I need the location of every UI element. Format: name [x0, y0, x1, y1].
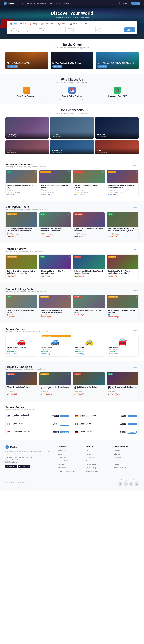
- search-tab-cruise[interactable]: 🚢 Cruise: [69, 22, 78, 25]
- tour-card-0[interactable]: BEST SELLER ♡ Stonehenge, Windsor Castle…: [6, 212, 37, 239]
- cruise-heart-2[interactable]: ♡: [102, 373, 104, 376]
- route-btn-5[interactable]: View Deal: [127, 430, 137, 434]
- cars-more-button[interactable]: More ↗: [133, 329, 138, 331]
- dest-card-0[interactable]: Los Angeles 1,176 properties: [6, 117, 49, 138]
- activity-card-0[interactable]: BEST SELLER ♡ Golden Circle, Kerid Volca…: [6, 254, 37, 279]
- cruise-card-2[interactable]: ON SALE ♡ 12 Night Cruise to the Eastern…: [73, 372, 105, 397]
- route-btn-3[interactable]: View Deal: [128, 423, 137, 426]
- tour-card-2[interactable]: TOP RATED ♡ High Speed Thames River RIB …: [73, 212, 105, 239]
- footer-link-car-hire[interactable]: Car Hire: [114, 449, 138, 452]
- cruise-card-0[interactable]: SAVE 20% ♡ 7 Night Cruise to the Western…: [6, 372, 37, 397]
- tour-heart-icon-1[interactable]: ♡: [68, 214, 70, 216]
- dest-card-5[interactable]: Istanbul 1,632 properties: [95, 140, 138, 154]
- rental-heart-1[interactable]: ♡: [68, 296, 70, 298]
- rental-card-3[interactable]: BEST SELLER ♡ Alcobaras - Oxford Street …: [107, 294, 139, 319]
- search-tab-car[interactable]: 🚗 Car Hire: [56, 22, 67, 25]
- dest-card-2[interactable]: Reykjavik 876 properties: [95, 117, 138, 138]
- search-tab-tour[interactable]: 🗺 Tour: [19, 22, 27, 25]
- footer-link-cruise[interactable]: Cruise: [114, 463, 138, 466]
- nav-home[interactable]: Home: [19, 2, 24, 4]
- route-btn-0[interactable]: View Deal: [60, 414, 69, 417]
- hotel-heart-icon-3[interactable]: ♡: [135, 171, 137, 174]
- dest-card-1[interactable]: London 2,543 properties: [50, 117, 94, 138]
- footer-link-forum[interactable]: Forum: [86, 453, 111, 455]
- signin-button[interactable]: Sign In: [122, 2, 130, 5]
- nav-pages[interactable]: Pages: [55, 2, 60, 4]
- activity-card-1[interactable]: NEW ♡ Edinburgh Sky to Sea Bike Tour of …: [39, 254, 71, 279]
- rental-card-1[interactable]: FEATURED ♡ Premium One Bedroom Luxury Li…: [39, 294, 71, 319]
- footer-link-about[interactable]: About Us: [58, 449, 83, 452]
- footer-link-blog[interactable]: Our Blog: [58, 453, 83, 455]
- activity-card-3[interactable]: FEATURED ♡ South Coast Full Day Tour to …: [107, 254, 139, 279]
- rental-card-0[interactable]: NEW ♡ Luxury Hut Apartment With Private …: [6, 294, 37, 319]
- twitter-icon[interactable]: t: [124, 482, 128, 486]
- route-btn-1[interactable]: View Deal: [128, 414, 137, 417]
- footer-link-privacy[interactable]: Privacy Policy: [86, 466, 111, 469]
- rental-heart-0[interactable]: ♡: [34, 296, 36, 298]
- hotel-card-1[interactable]: BEST SELLER ♡ Haueria Apartments Dupford…: [39, 170, 71, 196]
- search-tab-flights[interactable]: ✈ Flights: [80, 22, 89, 25]
- cruise-heart-3[interactable]: ♡: [135, 373, 137, 376]
- offer-card-1[interactable]: Let Your Curiosity Do The Things Learn M…: [51, 52, 94, 70]
- nav-destination[interactable]: Destination: [37, 2, 46, 4]
- car-card-2[interactable]: 🚕 Volvo XC90 SUV · 7 seats Excellent 312…: [73, 334, 105, 357]
- cruise-more-button[interactable]: More ↗: [133, 367, 138, 368]
- footer-link-city-trip[interactable]: City Trip: [114, 453, 138, 455]
- location-input[interactable]: [11, 30, 35, 32]
- search-tab-holiday[interactable]: 🏠 Holiday Rental: [40, 22, 55, 25]
- rental-card-2[interactable]: ON SALE ♡ Style, Charm & Comfort in Cann…: [73, 294, 105, 319]
- activity-card-2[interactable]: ON SALE ♡ Natural Crystal Blue Ice Cave …: [73, 254, 105, 279]
- google-play-button[interactable]: ▶ Google Play: [18, 465, 30, 468]
- register-button[interactable]: Register: [131, 2, 140, 5]
- footer-link-vacation[interactable]: Vacation: [114, 460, 138, 462]
- footer-link-press[interactable]: Press Center: [58, 456, 83, 458]
- youtube-icon[interactable]: ▶: [135, 482, 138, 486]
- cruise-card-3[interactable]: NEW ♡ 13 Night Cruise to the Baltic Sea …: [107, 372, 139, 397]
- footer-link-refund[interactable]: Refund Policy: [86, 463, 111, 466]
- footer-link-safety[interactable]: Safety Resource Center: [58, 470, 83, 472]
- rentals-more-button[interactable]: More ↗: [133, 289, 138, 291]
- rental-heart-2[interactable]: ♡: [102, 296, 104, 298]
- footer-link-contact[interactable]: Contact Us: [86, 456, 111, 458]
- nav-contact[interactable]: Contact: [62, 2, 68, 4]
- cruise-card-1[interactable]: FEATURED ♡ 12 Night Cruise to the Britis…: [39, 372, 71, 397]
- hotel-heart-icon-1[interactable]: ♡: [68, 171, 70, 174]
- nav-blog[interactable]: Blog: [49, 2, 52, 4]
- activity-heart-1[interactable]: ♡: [68, 256, 70, 258]
- dest-card-3[interactable]: Paris 1,254 properties: [6, 140, 49, 154]
- tour-heart-icon-3[interactable]: ♡: [135, 214, 137, 216]
- search-tab-hotel[interactable]: 🏨 Hotel: [9, 22, 18, 25]
- footer-link-accessibility[interactable]: Accessibility: [58, 466, 83, 469]
- rental-heart-3[interactable]: ♡: [135, 296, 137, 298]
- brand-logo[interactable]: ✈ GoTrip: [4, 2, 15, 5]
- tour-card-1[interactable]: NEW ♡ Westminster Walking Tour & Westmin…: [39, 212, 71, 239]
- hotel-card-3[interactable]: FEATURED ♡ DoubleTree by Hilton Hotel Ne…: [107, 170, 139, 196]
- activity-more-button[interactable]: More ↗: [133, 249, 138, 251]
- cruise-heart-1[interactable]: ♡: [68, 373, 70, 376]
- footer-link-terms[interactable]: Terms of Service: [86, 470, 111, 472]
- hotel-heart-icon-0[interactable]: ♡: [34, 171, 36, 174]
- tour-heart-icon-0[interactable]: ♡: [34, 214, 36, 216]
- offer-card-2[interactable]: Crazy Discount Offer! Up To 70% Discount…: [96, 52, 138, 70]
- search-button[interactable]: Search: [124, 28, 135, 32]
- activity-heart-0[interactable]: ♡: [34, 256, 36, 258]
- hotel-heart-icon-2[interactable]: ♡: [102, 171, 104, 174]
- route-btn-4[interactable]: View Deal: [60, 431, 69, 434]
- footer-link-investor[interactable]: Investor Relations: [58, 460, 83, 462]
- nav-categories[interactable]: Categories: [26, 2, 35, 4]
- checkin-input[interactable]: [39, 30, 64, 32]
- activity-heart-3[interactable]: ♡: [135, 256, 137, 258]
- tour-card-3[interactable]: NEW ♡ Edinburgh Outside Walking Tour: Ne…: [107, 212, 139, 239]
- cruise-heart-0[interactable]: ♡: [34, 373, 36, 376]
- car-card-1[interactable]: BEST SELLER 🚙 Jaguar F-Pace SUV · 5 seat…: [39, 334, 71, 357]
- car-card-0[interactable]: 🚗 Mercedes-Benz C-Class SUV · 5 seats Ex…: [6, 334, 37, 357]
- footer-link-help[interactable]: Help: [86, 449, 111, 452]
- offer-btn-2[interactable]: Learn More: [97, 65, 107, 68]
- app-store-button[interactable]: 🍎 App Store: [6, 465, 17, 468]
- tour-heart-icon-2[interactable]: ♡: [102, 214, 104, 216]
- guests-input[interactable]: [97, 30, 121, 32]
- activity-heart-2[interactable]: ♡: [102, 256, 104, 258]
- offer-btn-1[interactable]: Learn More: [52, 65, 62, 68]
- footer-link-services[interactable]: Services: [86, 460, 111, 462]
- hotel-card-2[interactable]: TOP RATED ♡ The Westin New York at Times…: [73, 170, 105, 196]
